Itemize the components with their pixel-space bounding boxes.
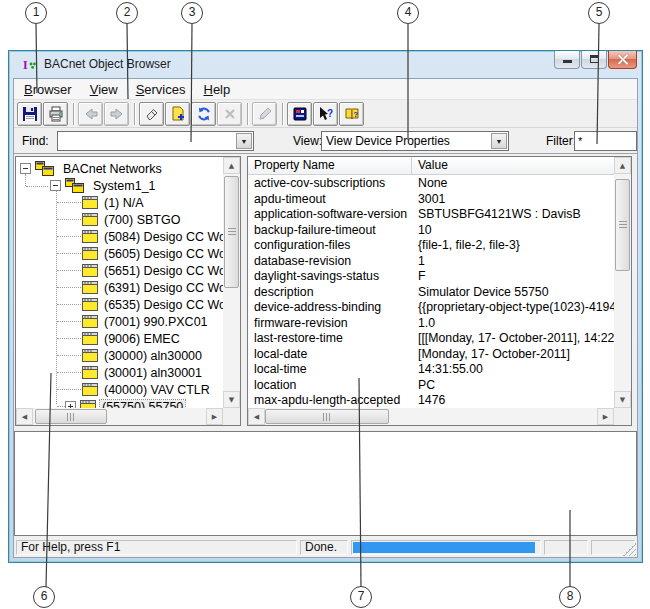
property-row[interactable]: descriptionSimulator Device 55750: [248, 285, 614, 301]
tree-vertical-scrollbar[interactable]: ▲ ▼: [223, 157, 240, 408]
property-name: application-software-version: [248, 207, 412, 223]
menu-item-view[interactable]: View: [81, 80, 127, 99]
chevron-down-icon[interactable]: ▼: [491, 133, 507, 149]
device-info-icon: [292, 106, 308, 122]
property-name: apdu-timeout: [248, 192, 412, 208]
view-combobox[interactable]: View Device Properties ▼: [321, 131, 509, 151]
callout-3: 3: [181, 2, 203, 24]
save-button[interactable]: [17, 102, 42, 126]
add-object-icon: [170, 106, 186, 122]
back-button[interactable]: [78, 102, 103, 126]
collapse-minus-icon[interactable]: [50, 180, 61, 191]
tree-item[interactable]: BACnet Networks: [16, 160, 223, 177]
property-row[interactable]: application-software-versionSBTUSBFG4121…: [248, 207, 614, 223]
tree-horizontal-scrollbar[interactable]: ◀ ▶: [16, 408, 223, 425]
refresh-button[interactable]: [191, 102, 216, 126]
menu-item-browser[interactable]: Browser: [15, 80, 81, 99]
tree-item[interactable]: (7001) 990.PXC01: [16, 313, 223, 330]
property-name: local-time: [248, 362, 412, 378]
tree-item[interactable]: (6535) Desigo CC Wo: [16, 296, 223, 313]
expand-plus-icon[interactable]: [65, 401, 76, 408]
property-name: backup-failure-timeout: [248, 223, 412, 239]
device-icon: [82, 264, 98, 277]
scroll-up-icon[interactable]: ▲: [614, 157, 631, 174]
help-button[interactable]: ?: [339, 102, 364, 126]
chevron-down-icon[interactable]: ▼: [236, 133, 252, 149]
property-name: last-restore-time: [248, 331, 412, 347]
column-header-value[interactable]: Value: [412, 157, 614, 174]
find-combobox[interactable]: ▼: [57, 131, 254, 151]
device-icon: [82, 230, 98, 243]
status-help-text: For Help, press F1: [16, 540, 297, 555]
property-row[interactable]: last-restore-time[[[Monday, 17- October-…: [248, 331, 614, 347]
property-name: firmware-revision: [248, 316, 412, 332]
property-row[interactable]: active-cov-subscriptionsNone: [248, 176, 614, 192]
forward-button[interactable]: [104, 102, 129, 126]
property-row[interactable]: local-date[Monday, 17- October-2011]: [248, 347, 614, 363]
property-row[interactable]: configuration-files{file-1, file-2, file…: [248, 238, 614, 254]
tree-item[interactable]: System1_1: [16, 177, 223, 194]
properties-pane: Property Name Value active-cov-subscript…: [247, 156, 632, 426]
tree-item[interactable]: (30000) aln30000: [16, 347, 223, 364]
menu-item-help[interactable]: Help: [195, 80, 240, 99]
tree-item[interactable]: (1) N/A: [16, 194, 223, 211]
tree-item[interactable]: (5084) Desigo CC Wo: [16, 228, 223, 245]
property-row[interactable]: firmware-revision1.0: [248, 316, 614, 332]
tree-item[interactable]: (5651) Desigo CC Wo: [16, 262, 223, 279]
resize-grip[interactable]: [623, 543, 636, 556]
collapse-minus-icon[interactable]: [20, 163, 31, 174]
tree-item[interactable]: (9006) EMEC: [16, 330, 223, 347]
tree-item[interactable]: (6391) Desigo CC Wo: [16, 279, 223, 296]
title-bar[interactable]: I BACnet Object Browser: [13, 51, 638, 78]
property-row[interactable]: max-apdu-length-accepted1476: [248, 393, 614, 408]
property-row[interactable]: daylight-savings-statusF: [248, 269, 614, 285]
app-window: I BACnet Object Browser BrowserViewServi…: [8, 50, 643, 563]
add-object-button[interactable]: [165, 102, 190, 126]
tree-item-label: (1) N/A: [102, 196, 146, 210]
maximize-button[interactable]: [581, 51, 607, 69]
erase-button[interactable]: [139, 102, 164, 126]
filter-label: Filter:: [546, 134, 576, 148]
menu-item-services[interactable]: Services: [127, 80, 195, 99]
toolbar-separator: [247, 103, 248, 125]
scroll-right-icon[interactable]: ▶: [597, 408, 614, 425]
tree-item[interactable]: (55750) 55750: [16, 398, 223, 408]
back-icon: [83, 106, 99, 122]
tree-item[interactable]: (700) SBTGO: [16, 211, 223, 228]
delete-button[interactable]: [217, 102, 242, 126]
properties-horizontal-scrollbar[interactable]: ◀ ▶: [248, 408, 614, 425]
tree-item[interactable]: (30001) aln30001: [16, 364, 223, 381]
filter-input[interactable]: [574, 131, 637, 151]
property-row[interactable]: device-address-binding{{proprietary-obje…: [248, 300, 614, 316]
scroll-right-icon[interactable]: ▶: [206, 408, 223, 425]
property-value: 1: [412, 254, 614, 270]
tree-item-label: (5605) Desigo CC Wo: [102, 247, 223, 261]
minimize-button[interactable]: [554, 51, 580, 69]
property-row[interactable]: locationPC: [248, 378, 614, 394]
close-button[interactable]: [608, 51, 637, 69]
tree-item[interactable]: (40000) VAV CTLR: [16, 381, 223, 398]
svg-text:?: ?: [353, 109, 358, 118]
property-row[interactable]: apdu-timeout3001: [248, 192, 614, 208]
print-button[interactable]: [43, 102, 68, 126]
tree-item[interactable]: (5605) Desigo CC Wo: [16, 245, 223, 262]
svg-text:?: ?: [327, 108, 333, 119]
edit-button[interactable]: [252, 102, 277, 126]
property-name: active-cov-subscriptions: [248, 176, 412, 192]
column-header-property-name[interactable]: Property Name: [248, 157, 412, 174]
device-info-button[interactable]: [287, 102, 312, 126]
scroll-left-icon[interactable]: ◀: [16, 408, 33, 425]
properties-vertical-scrollbar[interactable]: ▲ ▼: [614, 157, 631, 408]
tree-item-label: (5084) Desigo CC Wo: [102, 230, 223, 244]
property-row[interactable]: database-revision1: [248, 254, 614, 270]
scroll-down-icon[interactable]: ▼: [223, 391, 240, 408]
property-row[interactable]: backup-failure-timeout10: [248, 223, 614, 239]
property-value: [[[Monday, 17- October-2011], 14:22: [412, 331, 614, 347]
property-name: max-apdu-length-accepted: [248, 393, 412, 408]
property-row[interactable]: local-time14:31:55.00: [248, 362, 614, 378]
scroll-left-icon[interactable]: ◀: [248, 408, 265, 425]
scroll-up-icon[interactable]: ▲: [223, 157, 240, 174]
scroll-down-icon[interactable]: ▼: [614, 391, 631, 408]
tree-item-label: (40000) VAV CTLR: [102, 383, 212, 397]
context-help-button[interactable]: ?: [313, 102, 338, 126]
